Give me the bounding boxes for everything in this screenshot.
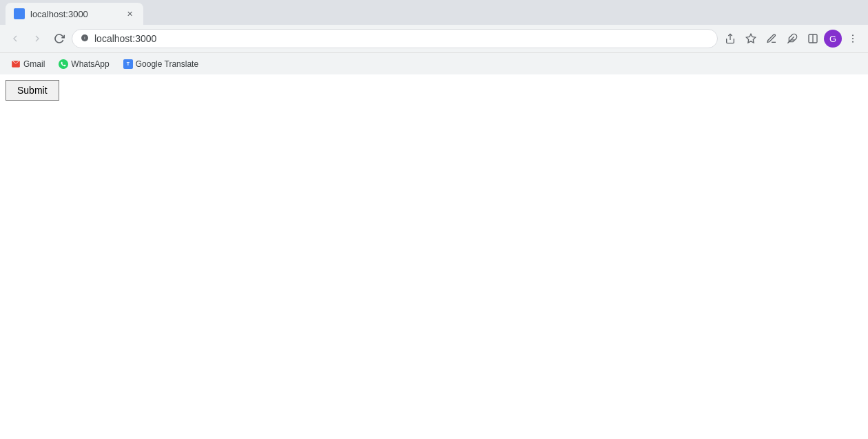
share-button[interactable]	[721, 29, 740, 48]
gmail-favicon	[11, 59, 21, 69]
whatsapp-label: WhatsApp	[71, 59, 109, 69]
bookmark-gmail[interactable]: Gmail	[6, 57, 50, 71]
tab-bar: localhost:3000 ✕	[0, 0, 868, 25]
tab-title: localhost:3000	[30, 9, 118, 19]
profile-avatar[interactable]: G	[824, 30, 842, 48]
pen-button[interactable]	[762, 29, 781, 48]
refresh-button[interactable]	[50, 29, 69, 48]
google-translate-label: Google Translate	[136, 59, 198, 69]
more-options-button[interactable]	[843, 29, 862, 48]
forward-button[interactable]	[28, 29, 47, 48]
gmail-label: Gmail	[23, 59, 45, 69]
back-button[interactable]	[6, 29, 25, 48]
nav-right-controls: G	[721, 29, 862, 48]
bookmark-google-translate[interactable]: T Google Translate	[118, 57, 204, 71]
bookmark-button[interactable]	[741, 29, 761, 48]
nav-bar: i localhost:3000	[0, 25, 868, 52]
tab-close-button[interactable]: ✕	[124, 8, 135, 19]
svg-point-10	[852, 41, 854, 43]
bookmark-whatsapp[interactable]: WhatsApp	[53, 57, 114, 71]
active-tab[interactable]: localhost:3000 ✕	[6, 3, 143, 25]
svg-marker-3	[746, 34, 755, 43]
address-bar[interactable]: i localhost:3000	[72, 29, 718, 48]
svg-point-12	[59, 59, 68, 68]
submit-button[interactable]: Submit	[6, 80, 59, 101]
svg-text:i: i	[84, 36, 85, 40]
svg-text:T: T	[127, 61, 130, 66]
svg-point-9	[852, 38, 854, 39]
lock-icon: i	[81, 34, 89, 44]
extensions-button[interactable]	[783, 29, 802, 48]
page-content: Submit	[0, 74, 868, 439]
gtranslate-favicon: T	[123, 59, 133, 69]
browser-chrome: localhost:3000 ✕ i	[0, 0, 868, 439]
split-screen-button[interactable]	[803, 29, 823, 48]
tab-favicon	[14, 8, 25, 19]
whatsapp-favicon	[59, 59, 68, 69]
bookmarks-bar: Gmail WhatsApp T Google Translate	[0, 52, 868, 74]
svg-point-8	[852, 34, 854, 36]
url-display: localhost:3000	[94, 33, 709, 44]
